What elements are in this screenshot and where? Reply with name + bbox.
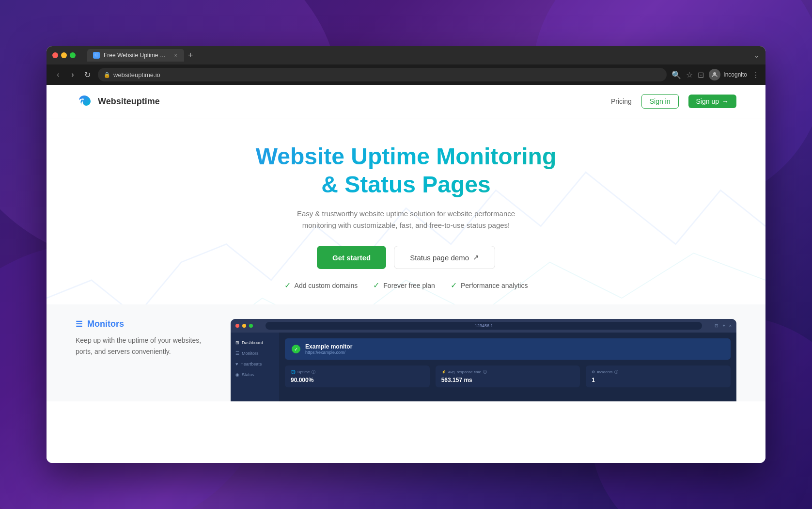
demo-button[interactable]: Status page demo ↗ — [394, 246, 495, 269]
close-button[interactable] — [52, 52, 58, 58]
preview-incidents-label: ⚙ Incidents ⓘ — [592, 369, 725, 375]
preview-action-1: ⊡ — [715, 323, 718, 328]
preview-sidebar-dashboard: ⊞Dashboard — [231, 337, 279, 348]
hero-buttons: Get started Status page demo ↗ — [76, 246, 736, 269]
logo-area: Websiteuptime — [76, 93, 160, 110]
monitors-title-text: Monitors — [87, 319, 124, 329]
incognito-badge: Incognito — [709, 69, 747, 80]
hero-title-line2: & Status Pages — [321, 172, 490, 197]
url-text: websiteuptime.io — [113, 71, 160, 79]
forward-button[interactable]: › — [67, 70, 78, 79]
signup-button[interactable]: Sign up → — [688, 95, 736, 108]
lightning-icon: ⚡ — [441, 370, 446, 374]
url-bar[interactable]: 🔒 websiteuptime.io — [98, 68, 667, 81]
preview-monitor-header: ✓ Example monitor https://example.com/ — [285, 338, 731, 360]
feature-item-1: ✓ Forever free plan — [373, 281, 435, 290]
dashboard-preview: 123456.1 ⊡ + × ⊞Dashboard ☰Monitors — [231, 319, 736, 401]
preview-minimize-dot — [242, 324, 246, 328]
preview-url-bar: 123456.1 — [265, 322, 702, 330]
preview-uptime-value: 90.000% — [291, 377, 424, 383]
nav-buttons: ‹ › ↻ — [52, 70, 93, 80]
preview-url-text: 123456.1 — [475, 323, 493, 328]
preview-action-3: × — [729, 323, 732, 328]
svg-point-4 — [713, 72, 716, 75]
lock-icon: 🔒 — [104, 72, 110, 78]
preview-sidebar-status: ◉Status — [231, 369, 279, 380]
monitors-icon: ☰ — [76, 319, 82, 329]
features-list: ✓ Add custom domains ✓ Forever free plan… — [76, 281, 736, 290]
title-bar: Free Website Uptime Monitorin... × + ⌄ — [47, 46, 765, 64]
preview-close-dot — [235, 324, 239, 328]
svg-point-5 — [82, 98, 84, 100]
maximize-button[interactable] — [70, 52, 76, 58]
preview-sidebar-heartbeats: ♥Heartbeats — [231, 359, 279, 369]
traffic-lights — [52, 52, 76, 58]
preview-response-value: 563.157 ms — [441, 377, 575, 383]
menu-icon[interactable]: ⋮ — [752, 70, 760, 80]
monitors-info: ☰ Monitors Keep up with the uptime of yo… — [76, 319, 211, 401]
preview-stat-incidents: ⚙ Incidents ⓘ 1 — [586, 366, 731, 387]
preview-monitor-url: https://example.com/ — [305, 350, 352, 355]
tab-bar: Free Website Uptime Monitorin... × + — [87, 49, 193, 62]
demo-label: Status page demo — [410, 254, 469, 262]
browser-tab[interactable]: Free Website Uptime Monitorin... × — [87, 49, 184, 62]
preview-main: ✓ Example monitor https://example.com/ 🌐 — [279, 333, 736, 401]
preview-sidebar: ⊞Dashboard ☰Monitors ♥Heartbeats ◉Status — [231, 333, 279, 401]
external-link-icon: ↗ — [473, 253, 479, 262]
preview-maximize-dot — [249, 324, 253, 328]
feature-label-0: Add custom domains — [295, 282, 358, 289]
pricing-link[interactable]: Pricing — [611, 97, 632, 105]
incognito-label: Incognito — [723, 71, 747, 78]
bookmark-icon[interactable]: ☆ — [686, 70, 693, 80]
nav-links: Pricing Sign in Sign up → — [611, 94, 736, 109]
tab-title: Free Website Uptime Monitorin... — [104, 52, 169, 59]
gear-icon: ⚙ — [592, 370, 595, 374]
search-icon[interactable]: 🔍 — [671, 70, 681, 80]
hero-title: Website Uptime Monitoring & Status Pages — [76, 143, 736, 198]
preview-incidents-value: 1 — [592, 377, 725, 383]
incognito-icon — [709, 69, 720, 80]
info-icon-2: ⓘ — [483, 369, 487, 375]
check-icon-0: ✓ — [284, 281, 291, 290]
bottom-section: ☰ Monitors Keep up with the uptime of yo… — [47, 304, 765, 401]
refresh-button[interactable]: ↻ — [81, 70, 93, 80]
preview-response-label: ⚡ Avg. response time ⓘ — [441, 369, 575, 375]
site-nav: Websiteuptime Pricing Sign in Sign up → — [47, 85, 765, 118]
website-content: Websiteuptime Pricing Sign in Sign up → … — [47, 85, 765, 463]
feature-item-2: ✓ Performance analytics — [451, 281, 528, 290]
minimize-button[interactable] — [61, 52, 67, 58]
tab-close-icon[interactable]: × — [173, 53, 178, 58]
monitors-title: ☰ Monitors — [76, 319, 211, 329]
signin-button[interactable]: Sign in — [641, 94, 679, 109]
hero-title-line1: Website Uptime Monitoring — [256, 143, 556, 169]
split-view-icon[interactable]: ⊡ — [698, 70, 704, 80]
preview-monitor-name: Example monitor — [305, 343, 352, 350]
feature-label-2: Performance analytics — [461, 282, 528, 289]
hero-subtitle: Easy & trustworthy website uptime soluti… — [290, 208, 522, 231]
browser-window: Free Website Uptime Monitorin... × + ⌄ ‹… — [47, 46, 765, 463]
preview-stat-response: ⚡ Avg. response time ⓘ 563.157 ms — [436, 366, 580, 387]
hero-section: Website Uptime Monitoring & Status Pages… — [47, 118, 765, 304]
preview-sidebar-monitors: ☰Monitors — [231, 348, 279, 359]
browser-actions: 🔍 ☆ ⊡ Incognito ⋮ — [671, 69, 760, 80]
info-icon-3: ⓘ — [614, 369, 618, 375]
address-bar: ‹ › ↻ 🔒 websiteuptime.io 🔍 ☆ ⊡ Incognito… — [47, 64, 765, 85]
get-started-button[interactable]: Get started — [317, 246, 386, 269]
preview-body: ⊞Dashboard ☰Monitors ♥Heartbeats ◉Status — [231, 333, 736, 401]
preview-titlebar: 123456.1 ⊡ + × — [231, 319, 736, 333]
back-button[interactable]: ‹ — [52, 70, 64, 79]
monitors-description: Keep up with the uptime of your websites… — [76, 335, 211, 357]
preview-action-2: + — [722, 323, 725, 328]
feature-item-0: ✓ Add custom domains — [284, 281, 358, 290]
new-tab-button[interactable]: + — [188, 50, 193, 61]
logo-bird-icon — [76, 93, 93, 110]
globe-icon: 🌐 — [291, 370, 296, 374]
arrow-icon: → — [722, 97, 729, 105]
preview-uptime-label: 🌐 Uptime ⓘ — [291, 369, 424, 375]
signup-label: Sign up — [696, 97, 719, 105]
check-icon-2: ✓ — [451, 281, 457, 290]
tab-favicon — [93, 52, 100, 59]
preview-stat-uptime: 🌐 Uptime ⓘ 90.000% — [285, 366, 430, 387]
preview-stats: 🌐 Uptime ⓘ 90.000% ⚡ Avg. response time — [285, 366, 731, 387]
feature-label-1: Forever free plan — [383, 282, 435, 289]
